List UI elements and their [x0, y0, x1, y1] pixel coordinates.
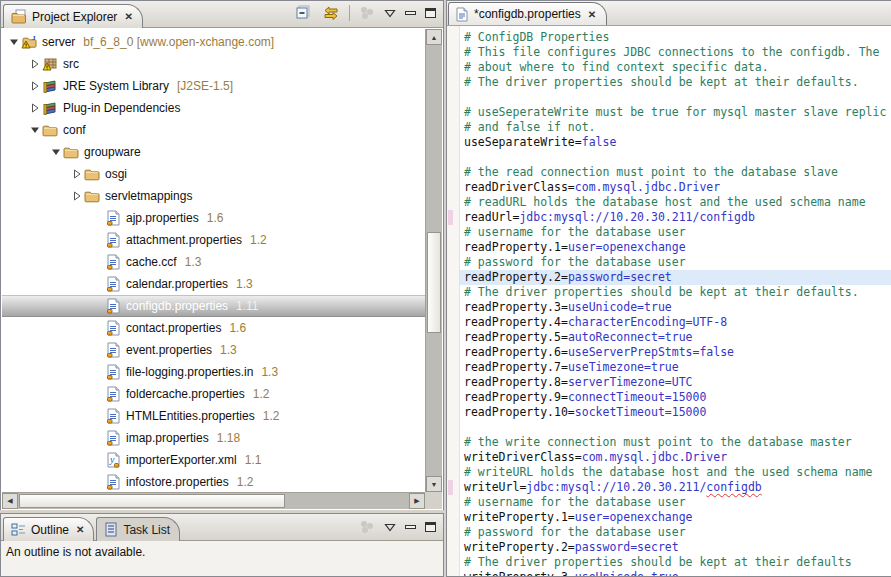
- tree-item-ajp-properties[interactable]: ajp.properties1.6: [2, 207, 425, 229]
- editor-line[interactable]: # the write connection must point to the…: [447, 435, 891, 450]
- outline-toolbar: [359, 520, 443, 540]
- editor-line[interactable]: readProperty.5=autoReconnect=true: [447, 330, 891, 345]
- tree-item-servletmappings[interactable]: servletmappings: [2, 185, 425, 207]
- editor-line[interactable]: # The driver properties should be kept a…: [447, 75, 891, 90]
- editor-line[interactable]: readUrl=jdbc:mysql://10.20.30.211/config…: [447, 210, 891, 225]
- twisty-spacer: [91, 453, 105, 467]
- tab-configdb-properties[interactable]: *configdb.properties ✕: [448, 2, 607, 25]
- editor-line[interactable]: # password for the database user: [447, 525, 891, 540]
- editor-line[interactable]: readProperty.8=serverTimezone=UTC: [447, 375, 891, 390]
- link-with-editor-icon[interactable]: [322, 5, 340, 21]
- properties-file-icon: [105, 474, 121, 490]
- editor-line[interactable]: useSeparateWrite=false: [447, 135, 891, 150]
- tree-item-osgi[interactable]: osgi: [2, 163, 425, 185]
- tree-item-attachment-properties[interactable]: attachment.properties1.2: [2, 229, 425, 251]
- maximize-icon[interactable]: [425, 8, 436, 18]
- editor-line[interactable]: [447, 420, 891, 435]
- scroll-right-icon[interactable]: ▶: [409, 493, 425, 509]
- editor-line[interactable]: readProperty.9=connectTimeout=15000: [447, 390, 891, 405]
- comment-text: # username for the database user: [464, 495, 686, 509]
- tab-project-explorer[interactable]: Project Explorer ✕: [3, 4, 143, 28]
- editor-text[interactable]: # ConfigDB Properties# This file configu…: [447, 26, 891, 576]
- editor-line[interactable]: readProperty.3=useUnicode=true: [447, 300, 891, 315]
- editor-line[interactable]: writeUrl=jdbc:mysql://10.20.30.211/confi…: [447, 480, 891, 495]
- tree-item-event-properties[interactable]: event.properties1.3: [2, 339, 425, 361]
- editor-line[interactable]: readDriverClass=com.mysql.jdbc.Driver: [447, 180, 891, 195]
- tree-item-imap-properties[interactable]: imap.properties1.18: [2, 427, 425, 449]
- editor-line[interactable]: # The driver properties should be kept a…: [447, 555, 891, 570]
- maximize-icon[interactable]: [425, 522, 436, 532]
- editor-line[interactable]: writeProperty.2=password=secret: [447, 540, 891, 555]
- editor-line[interactable]: # username for the database user: [447, 225, 891, 240]
- tree-item-contact-properties[interactable]: contact.properties1.6: [2, 317, 425, 339]
- tree-item-importerexporter-xml[interactable]: yimporterExporter.xml1.1: [2, 449, 425, 471]
- twisty-collapsed-icon[interactable]: [28, 57, 42, 71]
- v-scrollbar-thumb[interactable]: [427, 232, 441, 333]
- scroll-left-icon[interactable]: ◀: [2, 493, 18, 509]
- tree-item-conf[interactable]: conf: [2, 119, 425, 141]
- editor-line[interactable]: [447, 150, 891, 165]
- tree-item-server[interactable]: Jserverbf_6_8_0 [www.open-xchange.com]: [2, 31, 425, 53]
- twisty-collapsed-icon[interactable]: [28, 101, 42, 115]
- outline-view: Outline ✕ Task List: [0, 513, 444, 577]
- close-icon[interactable]: ✕: [588, 9, 596, 20]
- tree-item-groupware[interactable]: groupware: [2, 141, 425, 163]
- scroll-up-icon[interactable]: ▲: [426, 29, 442, 45]
- view-menu-icon[interactable]: [384, 523, 396, 532]
- editor-line[interactable]: writeProperty.1=user=openexchange: [447, 510, 891, 525]
- editor-line[interactable]: # password for the database user: [447, 255, 891, 270]
- editor-line[interactable]: # The driver properties should be kept a…: [447, 285, 891, 300]
- editor-body[interactable]: # ConfigDB Properties# This file configu…: [447, 26, 891, 576]
- editor-line[interactable]: readProperty.6=useServerPrepStmts=false: [447, 345, 891, 360]
- misspelled-word[interactable]: configdb: [706, 480, 761, 494]
- editor-line[interactable]: # readURL holds the database host and th…: [447, 195, 891, 210]
- svg-text:y: y: [109, 454, 115, 465]
- tree-item-cache-ccf[interactable]: cache.ccf1.3: [2, 251, 425, 273]
- editor-line[interactable]: # username for the database user: [447, 495, 891, 510]
- tree-item-jre-system-library[interactable]: JRE System Library[J2SE-1.5]: [2, 75, 425, 97]
- close-icon[interactable]: ✕: [124, 11, 132, 22]
- tree-item-htmlentities-properties[interactable]: HTMLEntities.properties1.2: [2, 405, 425, 427]
- editor-line[interactable]: # writeURL holds the database host and t…: [447, 465, 891, 480]
- tree-item-src[interactable]: src: [2, 53, 425, 75]
- editor-line[interactable]: # This file configures JDBC connections …: [447, 45, 891, 60]
- twisty-expanded-icon[interactable]: [49, 145, 63, 159]
- editor-line[interactable]: [447, 90, 891, 105]
- editor-line[interactable]: readProperty.1=user=openexchange: [447, 240, 891, 255]
- twisty-collapsed-icon[interactable]: [70, 189, 84, 203]
- tree-item-calendar-properties[interactable]: calendar.properties1.3: [2, 273, 425, 295]
- close-icon[interactable]: ✕: [76, 524, 84, 535]
- tree-horizontal-scrollbar[interactable]: ◀ ▶: [2, 492, 425, 509]
- editor-line[interactable]: # useSeperateWrite must be true for mysq…: [447, 105, 891, 120]
- editor-line[interactable]: # the read connection must point to the …: [447, 165, 891, 180]
- twisty-expanded-icon[interactable]: [7, 35, 21, 49]
- h-scrollbar-thumb[interactable]: [19, 494, 285, 508]
- tree-item-file-logging-properties-in[interactable]: file-logging.properties.in1.3: [2, 361, 425, 383]
- tree-vertical-scrollbar[interactable]: ▲ ▼: [425, 29, 442, 492]
- editor-line[interactable]: writeProperty.3=useUnicode=true: [447, 570, 891, 576]
- editor-line[interactable]: readProperty.10=socketTimeout=15000: [447, 405, 891, 420]
- editor-line[interactable]: # ConfigDB Properties: [447, 30, 891, 45]
- properties-file-icon: [105, 320, 121, 336]
- tab-task-list[interactable]: Task List: [96, 517, 180, 541]
- scroll-down-icon[interactable]: ▼: [426, 476, 442, 492]
- editor-line[interactable]: readProperty.2=password=secret: [447, 270, 891, 285]
- twisty-collapsed-icon[interactable]: [28, 79, 42, 93]
- view-menu-icon[interactable]: [384, 9, 396, 18]
- editor-line[interactable]: readProperty.4=characterEncoding=UTF-8: [447, 315, 891, 330]
- editor-line[interactable]: # about where to find context specific d…: [447, 60, 891, 75]
- tree-item-infostore-properties[interactable]: infostore.properties1.2: [2, 471, 425, 492]
- tree-item-plug-in-dependencies[interactable]: Plug-in Dependencies: [2, 97, 425, 119]
- minimize-icon[interactable]: [405, 11, 416, 15]
- tab-outline[interactable]: Outline ✕: [3, 517, 94, 541]
- collapse-all-icon[interactable]: [295, 5, 313, 21]
- editor-line[interactable]: # and false if not.: [447, 120, 891, 135]
- property-value: false: [582, 135, 617, 149]
- minimize-icon[interactable]: [405, 525, 416, 529]
- twisty-collapsed-icon[interactable]: [70, 167, 84, 181]
- editor-line[interactable]: readProperty.7=useTimezone=true: [447, 360, 891, 375]
- tree-item-foldercache-properties[interactable]: foldercache.properties1.2: [2, 383, 425, 405]
- twisty-expanded-icon[interactable]: [28, 123, 42, 137]
- editor-line[interactable]: writeDriverClass=com.mysql.jdbc.Driver: [447, 450, 891, 465]
- tree-item-configdb-properties[interactable]: configdb.properties1.11: [2, 295, 425, 317]
